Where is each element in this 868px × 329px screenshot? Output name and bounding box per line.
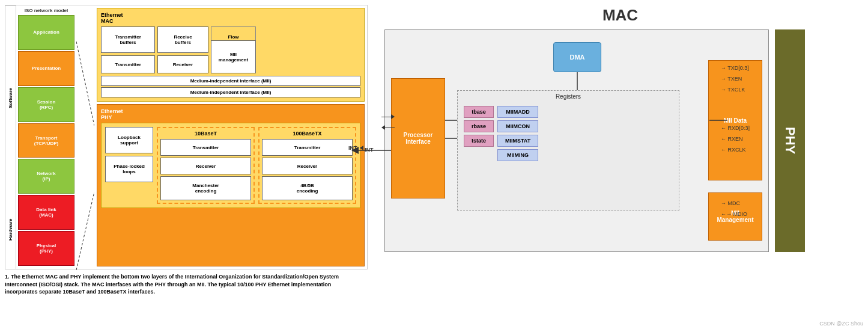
registers-title: Registers <box>458 91 679 102</box>
baseT-title: 10BaseT <box>160 131 251 137</box>
phy-label: PHY <box>775 29 805 252</box>
registers-block: Registers tbase rbase tstate MIIMADD MII… <box>457 90 679 211</box>
eth-phy-section: EthernetPHY Loopbacksupport Phase-locked… <box>97 104 365 266</box>
caption: 1. The Ethernet MAC and PHY implement th… <box>5 273 365 296</box>
baseT-transmitter-box: Transmitter <box>160 139 251 156</box>
receiver-box: Receiver <box>157 55 208 73</box>
svg-line-0 <box>76 42 94 126</box>
transmitter-box: Transmitter <box>101 55 155 73</box>
signal-labels-mdc: → MDC ←→ MDIO <box>721 198 747 220</box>
reg-miimcon: MIIMCON <box>497 120 538 132</box>
phase-locked-box: Phase-lockedloops <box>105 156 153 182</box>
reg-miimadd: MIIMADD <box>497 106 538 118</box>
eth-mac-title: EthernetMAC <box>101 12 360 24</box>
mii-bar2: Medium-independent interface (MII) <box>101 87 360 97</box>
iso-diagram: Software Hardware ISO network model Appl… <box>5 5 368 269</box>
left-panel: Software Hardware ISO network model Appl… <box>0 0 372 329</box>
eth-mac-section: EthernetMAC Transmitterbuffers Receivebu… <box>97 8 365 102</box>
software-label: Software <box>5 5 16 191</box>
signal-labels-tx: → TXD[0:3] → TXEN → TXCLK <box>721 63 749 95</box>
baseTX-receiver-box: Receiver <box>262 158 353 174</box>
layer-presentation: Presentation <box>18 51 74 86</box>
baseTX-transmitter-box: Transmitter <box>262 139 353 156</box>
reg-tstate: tstate <box>464 135 494 147</box>
int-label: INT <box>365 147 374 153</box>
processor-left-arrows <box>381 114 395 130</box>
eth-phy-title: EthernetPHY <box>101 108 360 120</box>
layer-datalink: Data link(MAC) <box>18 195 74 230</box>
layer-physical: Physical(PHY) <box>18 231 74 266</box>
mii-bar1: Medium-independent interface (MII) <box>101 76 360 86</box>
dashed-lines-svg <box>76 5 94 270</box>
baseTX-4b5b-box: 4B/5Bencoding <box>262 176 353 200</box>
hardware-label: Hardware <box>5 191 16 269</box>
dma-block: DMA <box>553 42 601 72</box>
reg-miiming: MIIMING <box>497 149 538 161</box>
mac-title: MAC <box>384 6 856 25</box>
svg-line-1 <box>76 192 94 270</box>
transmitter-buffers-box: Transmitterbuffers <box>101 26 155 53</box>
right-panel: MAC ProcessorInterface DMA MII Data Regi… <box>372 0 868 329</box>
iso-title: ISO network model <box>17 8 75 13</box>
reg-rbase: rbase <box>464 120 494 132</box>
layer-network: Network(IP) <box>18 159 74 194</box>
reg-tbase: tbase <box>464 106 494 118</box>
layer-application: Application <box>18 15 74 50</box>
baseTX-title: 100BaseTX <box>262 131 353 137</box>
mii-management-box: MIImanagement <box>211 40 256 73</box>
int-arrow-label: INT <box>348 145 363 151</box>
processor-interface-block: ProcessorInterface <box>391 78 445 198</box>
loopback-box: Loopbacksupport <box>105 127 153 153</box>
signal-labels-rx: ← RXD[0:3] ← RXEN ← RXCLK <box>721 123 750 155</box>
receive-buffers-box: Receivebuffers <box>157 26 208 53</box>
layer-transport: Transport(TCP/UDP) <box>18 123 74 158</box>
reg-miimstat: MIIMSTAT <box>497 135 538 147</box>
watermark: CSDN @ZC Shou <box>819 321 863 327</box>
layer-session: Session(RPC) <box>18 87 74 122</box>
baseT-manchester-box: Manchesterencoding <box>160 176 251 200</box>
baseT-receiver-box: Receiver <box>160 158 251 174</box>
